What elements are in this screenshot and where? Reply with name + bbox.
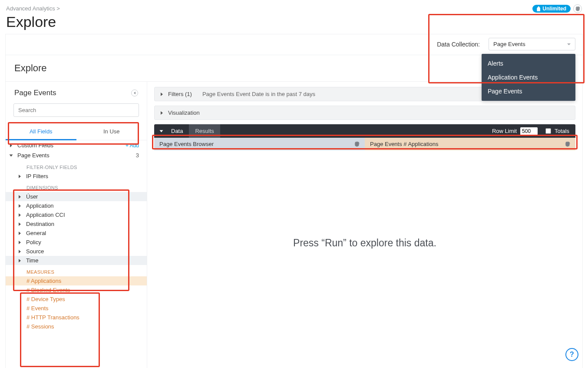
caret-icon[interactable]	[10, 154, 13, 156]
filters-title: Filters (1)	[168, 91, 192, 97]
caret-icon[interactable]	[19, 175, 21, 178]
column-dimension[interactable]: Page Events Browser	[154, 138, 365, 150]
visualization-title: Visualization	[168, 109, 200, 116]
chevron-left-icon	[134, 92, 135, 94]
dimension-time[interactable]: Time	[26, 257, 38, 264]
gear-icon[interactable]	[354, 141, 360, 147]
column-measure-label: Page Events # Applications	[370, 141, 439, 147]
content-area: Filters (1) Page Events Event Date is in…	[147, 82, 582, 368]
page-title: Explore	[6, 13, 582, 30]
caret-icon[interactable]	[19, 195, 21, 199]
explore-container: Explore America Run Page Events All Fiel…	[5, 55, 583, 368]
help-button[interactable]: ?	[565, 348, 578, 361]
data-collection-row: Data Collection: Page Events Alerts Appl…	[5, 34, 583, 55]
data-collection-select[interactable]: Page Events	[489, 38, 575, 50]
measure-events[interactable]: # Events	[19, 305, 49, 312]
caret-icon[interactable]	[19, 241, 21, 244]
chevron-down-icon	[567, 43, 571, 45]
row-limit-input[interactable]	[520, 127, 538, 135]
filters-summary: Page Events Event Date is in the past 7 …	[202, 91, 315, 97]
page-events-count: 3	[136, 152, 139, 159]
dimensions-title: DIMENSIONS	[6, 181, 147, 192]
column-dimension-label: Page Events Browser	[159, 141, 214, 147]
data-collection-dropdown: Alerts Application Events Page Events	[482, 54, 575, 101]
data-bar: Data Results Row Limit Totals	[154, 124, 575, 138]
dimension-general[interactable]: General	[26, 230, 46, 236]
caret-icon[interactable]	[19, 213, 21, 217]
data-collection-selected: Page Events	[493, 41, 525, 47]
tab-all-fields[interactable]: All Fields	[6, 124, 76, 140]
caret-icon[interactable]	[19, 204, 21, 208]
custom-fields-row[interactable]: Custom Fields	[17, 142, 126, 149]
results-tab[interactable]: Results	[189, 124, 220, 138]
measure-http-transactions[interactable]: # HTTP Transactions	[19, 314, 79, 321]
dimension-source[interactable]: Source	[26, 248, 44, 255]
measure-applications[interactable]: # Applications	[19, 278, 61, 284]
dimension-application[interactable]: Application	[26, 202, 54, 209]
totals-label: Totals	[555, 128, 569, 134]
gear-icon[interactable]	[565, 141, 570, 147]
caret-icon[interactable]	[19, 250, 21, 253]
data-tab-label: Data	[171, 128, 183, 134]
tab-in-use[interactable]: In Use	[76, 124, 147, 140]
measure-device-types[interactable]: # Device Types	[19, 296, 65, 302]
columns-row: Page Events Browser Page Events # Applic…	[154, 138, 575, 150]
caret-icon[interactable]	[19, 232, 21, 235]
gear-icon	[575, 6, 580, 11]
data-tab[interactable]: Data	[154, 124, 189, 138]
measure-sessions[interactable]: # Sessions	[19, 323, 54, 330]
ip-filters-row[interactable]: IP Filters	[26, 173, 48, 179]
data-collection-option-alerts[interactable]: Alerts	[482, 56, 575, 70]
data-collection-option-appevents[interactable]: Application Events	[482, 70, 575, 84]
filter-only-title: FILTER-ONLY FIELDS	[6, 160, 147, 172]
breadcrumb[interactable]: Advanced Analytics >	[6, 5, 582, 12]
data-collection-option-pageevents[interactable]: Page Events	[482, 84, 575, 98]
add-custom-field-link[interactable]: + Add	[126, 143, 139, 149]
page-events-group[interactable]: Page Events	[17, 152, 136, 159]
row-limit-label: Row Limit	[492, 128, 517, 134]
chevron-down-icon	[160, 130, 163, 132]
caret-icon[interactable]	[19, 222, 21, 226]
unlimited-badge: Unlimited	[532, 5, 571, 13]
run-prompt: Press “Run” to explore this data.	[154, 237, 575, 249]
search-input[interactable]	[13, 103, 139, 117]
fields-sidebar: Page Events All Fields In Use Custom Fie…	[6, 82, 147, 368]
sidebar-title: Page Events	[14, 89, 56, 97]
caret-icon[interactable]	[161, 111, 163, 115]
explore-bar-title: Explore	[14, 63, 47, 74]
dimension-user[interactable]: Úser	[26, 193, 38, 200]
measure-blocked-events[interactable]: # Blocked Events	[19, 287, 70, 293]
settings-button[interactable]	[573, 4, 582, 13]
dimension-policy[interactable]: Policy	[26, 239, 41, 245]
column-measure[interactable]: Page Events # Applications	[365, 138, 575, 150]
caret-icon[interactable]	[19, 259, 21, 262]
totals-checkbox[interactable]	[545, 128, 551, 134]
results-tab-label: Results	[195, 128, 214, 134]
collapse-sidebar-button[interactable]	[131, 90, 138, 96]
data-collection-label: Data Collection:	[437, 41, 480, 48]
caret-icon[interactable]	[161, 93, 163, 96]
dimension-destination[interactable]: Destination	[26, 221, 54, 227]
dimension-application-cci[interactable]: Application CCI	[26, 212, 65, 218]
caret-icon[interactable]	[10, 144, 12, 147]
measures-title: MEASURES	[6, 265, 147, 276]
visualization-panel[interactable]: Visualization	[154, 106, 575, 120]
unlimited-label: Unlimited	[542, 6, 566, 12]
